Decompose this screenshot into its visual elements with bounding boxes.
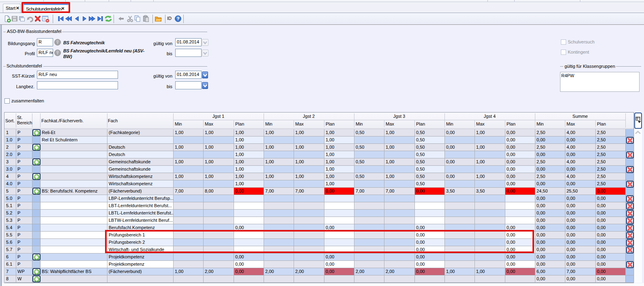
svg-text:?: ?	[177, 16, 180, 21]
